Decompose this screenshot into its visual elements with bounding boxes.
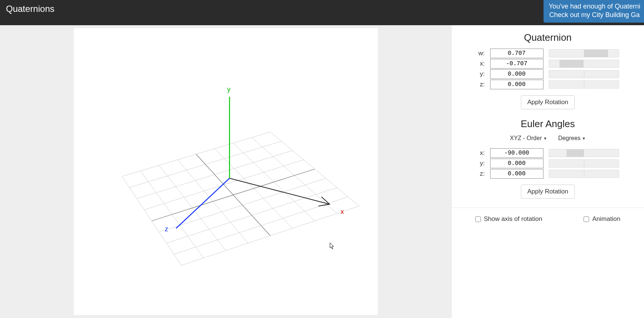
euler-input-x[interactable] xyxy=(490,148,544,158)
euler-slider-z[interactable] xyxy=(549,170,619,178)
quat-slider-w[interactable] xyxy=(549,49,619,57)
promo-line2: Check out my City Building Ga xyxy=(549,11,640,19)
show-axis-label: Show axis of rotation xyxy=(484,215,542,223)
animation-label: Animation xyxy=(592,215,620,223)
quat-label-w: w: xyxy=(477,50,485,57)
quat-input-x[interactable] xyxy=(490,59,544,69)
content: y x z Quaternion w: x: y: xyxy=(0,25,644,318)
page-title: Quaternions xyxy=(6,4,55,14)
euler-slider-y[interactable] xyxy=(549,159,619,168)
quaternion-panel: Quaternion w: x: y: z: Apply Rot xyxy=(462,32,634,109)
euler-label-z: z: xyxy=(477,170,485,178)
quat-slider-x[interactable] xyxy=(549,60,619,68)
caret-icon: ▼ xyxy=(543,136,547,140)
quat-label-y: y: xyxy=(477,70,485,78)
quat-row-w: w: xyxy=(462,49,634,58)
euler-row-x: x: xyxy=(462,148,634,158)
euler-order-dropdown[interactable]: XYZ - Order ▼ xyxy=(510,135,547,142)
show-axis-checkbox[interactable] xyxy=(475,216,481,222)
animation-checkbox[interactable] xyxy=(584,216,589,222)
animation-option[interactable]: Animation xyxy=(584,215,620,223)
euler-input-y[interactable] xyxy=(490,159,544,168)
quat-row-x: x: xyxy=(462,59,634,69)
euler-label-x: x: xyxy=(477,149,485,157)
euler-units-label: Degrees xyxy=(558,135,580,142)
quaternion-title: Quaternion xyxy=(462,32,634,43)
quat-input-y[interactable] xyxy=(490,69,544,79)
euler-row-z: z: xyxy=(462,169,634,179)
quat-apply-button[interactable]: Apply Rotation xyxy=(521,95,575,109)
show-axis-option[interactable]: Show axis of rotation xyxy=(475,215,542,223)
svg-line-22 xyxy=(176,178,229,228)
quat-label-x: x: xyxy=(477,60,485,67)
quat-label-z: z: xyxy=(477,81,485,88)
axis-label-z: z xyxy=(165,225,168,233)
viewport-3d[interactable]: y x z xyxy=(74,28,378,315)
promo-line1: You've had enough of Quaterni xyxy=(549,2,640,11)
quat-row-y: y: xyxy=(462,69,634,79)
quat-input-w[interactable] xyxy=(490,49,544,58)
euler-slider-x[interactable] xyxy=(549,149,619,157)
euler-dropdown-row: XYZ - Order ▼ Degrees ▼ xyxy=(462,135,634,142)
viewport-wrap: y x z xyxy=(0,25,451,318)
separator xyxy=(452,208,644,208)
promo-banner[interactable]: You've had enough of Quaterni Check out … xyxy=(544,0,644,23)
sidebar: Quaternion w: x: y: z: Apply Rot xyxy=(451,25,644,318)
euler-row-y: y: xyxy=(462,159,634,168)
topbar: Quaternions You've had enough of Quatern… xyxy=(0,0,644,25)
euler-units-dropdown[interactable]: Degrees ▼ xyxy=(558,135,585,142)
axis-label-y: y xyxy=(227,86,231,93)
scene-svg xyxy=(74,28,378,295)
caret-icon: ▼ xyxy=(582,136,586,140)
euler-panel: Euler Angles XYZ - Order ▼ Degrees ▼ x: … xyxy=(462,118,634,199)
euler-input-z[interactable] xyxy=(490,169,544,179)
axis-label-x: x xyxy=(341,208,344,216)
quat-row-z: z: xyxy=(462,80,634,89)
euler-title: Euler Angles xyxy=(462,118,634,130)
quat-slider-z[interactable] xyxy=(549,80,619,89)
euler-label-y: y: xyxy=(477,160,485,167)
options-row: Show axis of rotation Animation xyxy=(462,215,634,223)
euler-apply-button[interactable]: Apply Rotation xyxy=(521,185,575,199)
quat-slider-y[interactable] xyxy=(549,70,619,78)
quat-input-z[interactable] xyxy=(490,80,544,89)
euler-order-label: XYZ - Order xyxy=(510,135,542,142)
